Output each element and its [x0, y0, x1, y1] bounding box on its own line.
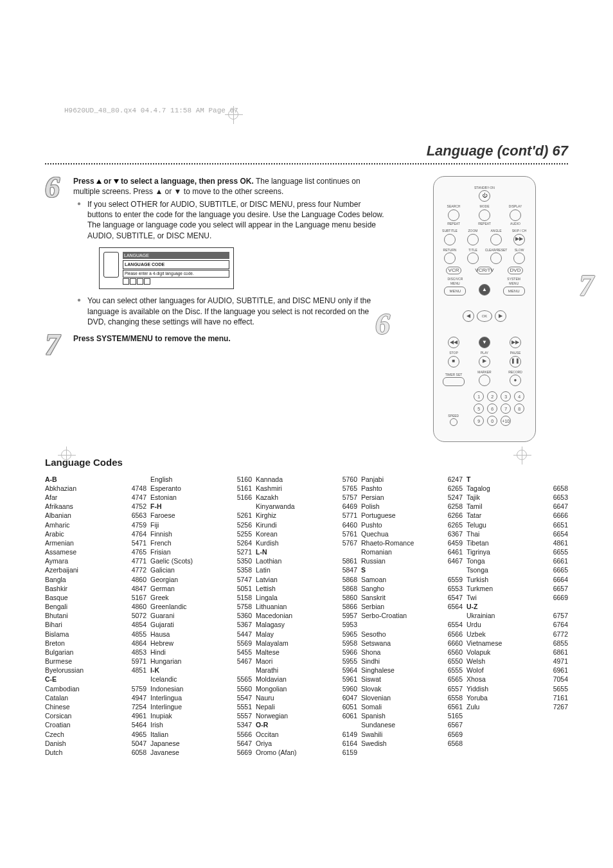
code-row: Yiddish5655 — [466, 684, 568, 693]
language-code: 4961 — [123, 711, 147, 720]
language-name: Russian — [361, 556, 440, 565]
language-name: Armenian — [45, 538, 123, 547]
language-name: Welsh — [466, 657, 545, 666]
code-row: Tamil6647 — [466, 502, 568, 511]
language-code: 5761 — [334, 529, 357, 538]
bullet-icon: ● — [77, 296, 84, 327]
language-code: 6047 — [334, 693, 357, 702]
page: Language (cont'd) 67 6 Press or to selec… — [0, 0, 613, 757]
language-name: Afrikaans — [45, 502, 123, 511]
code-row: Dutch6058 — [45, 748, 147, 757]
code-row: Bashkir4847 — [45, 584, 147, 593]
language-code: 5464 — [123, 720, 147, 729]
code-row: Vietnamese6855 — [466, 639, 568, 648]
language-code: 6061 — [334, 711, 357, 720]
language-code: 4971 — [545, 657, 568, 666]
language-name: Volapuk — [466, 648, 545, 657]
language-code: 6555 — [440, 666, 463, 675]
language-name: Thai — [466, 529, 545, 538]
language-name: Tigrinya — [466, 547, 545, 556]
language-name: Spanish — [361, 711, 440, 720]
code-row: Afrikaans4752 — [45, 502, 147, 511]
language-code: 7267 — [545, 702, 568, 711]
language-code: 5759 — [123, 684, 147, 693]
language-name: Yiddish — [466, 684, 545, 693]
extra-button — [479, 375, 490, 386]
code-row: Irish5347 — [150, 720, 252, 729]
language-code: 6149 — [334, 730, 357, 739]
instructions: 6 Press or to select a language, then pr… — [45, 176, 388, 362]
language-name: Lingala — [256, 593, 334, 602]
language-code: 5247 — [440, 493, 463, 502]
language-name: Basque — [45, 593, 123, 602]
code-row: Yoruba7161 — [466, 693, 568, 702]
code-row: Kirghiz5771 — [256, 511, 357, 520]
code-row: Romanian6461 — [361, 547, 463, 556]
code-row: Greek5158 — [150, 593, 252, 602]
language-name: Setswana — [361, 639, 440, 648]
language-code: 5256 — [229, 520, 252, 529]
code-row: Serbo-Croatian — [361, 611, 463, 620]
code-row: Breton4864 — [45, 639, 147, 648]
language-name: Malagasy — [256, 620, 334, 629]
language-name: French — [150, 538, 229, 547]
language-name: Nauru — [256, 693, 334, 702]
code-row: Sanskrit6547 — [361, 593, 463, 602]
code-group-header: S — [361, 565, 463, 574]
code-row: Sindhi6550 — [361, 657, 463, 666]
source-button: VCR — [446, 267, 461, 274]
code-row: English5160 — [150, 475, 252, 484]
code-row: Macedonian5957 — [256, 611, 357, 620]
language-name: Georgian — [150, 575, 229, 584]
language-code: 5565 — [229, 675, 252, 684]
language-codes-table: A-BAbkhazian4748Afar4747Afrikaans4752Alb… — [45, 475, 568, 757]
code-row: Serbian6564 — [361, 602, 463, 611]
language-code: 4947 — [123, 693, 147, 702]
language-name: Bashkir — [45, 584, 123, 593]
code-row: Danish5047 — [45, 739, 147, 748]
language-code: 5655 — [545, 684, 568, 693]
code-row: Malayalam5958 — [256, 639, 357, 648]
language-name: Kashmiri — [256, 484, 334, 493]
code-row: German5051 — [150, 584, 252, 593]
code-row: Gaelic (Scots)5350 — [150, 556, 252, 565]
language-code: 6467 — [440, 556, 463, 565]
code-row: Interlingua5547 — [150, 693, 252, 702]
language-name: Quechua — [361, 529, 440, 538]
language-code: 5165 — [440, 711, 463, 720]
language-name: Uzbek — [466, 630, 545, 639]
language-code: 4864 — [123, 639, 147, 648]
code-column: A-BAbkhazian4748Afar4747Afrikaans4752Alb… — [45, 475, 147, 757]
language-name: Zulu — [466, 702, 545, 711]
language-name: Sindhi — [361, 657, 440, 666]
language-code: 5358 — [229, 565, 252, 574]
standby-button: ⏻ — [479, 190, 490, 202]
language-code: 5953 — [334, 620, 357, 629]
language-name: Pushto — [361, 520, 440, 529]
system-menu-button: MENU — [503, 287, 525, 296]
language-code: 5566 — [229, 730, 252, 739]
code-row: Oromo (Afan)6159 — [256, 748, 357, 757]
extra-button: ● — [510, 375, 521, 386]
code-group-header: O-R — [256, 720, 357, 729]
language-code: 5847 — [334, 565, 357, 574]
language-name: Frisian — [150, 547, 229, 556]
language-name: Samoan — [361, 575, 440, 584]
language-code: 4765 — [123, 547, 147, 556]
number-button: 7 — [501, 403, 511, 414]
language-name: Gaelic (Scots) — [150, 556, 229, 565]
code-row: Wolof6961 — [466, 666, 568, 675]
language-code: 5047 — [123, 739, 147, 748]
code-row: Sesotho6566 — [361, 630, 463, 639]
language-name: German — [150, 584, 229, 593]
code-row: Panjabi6247 — [361, 475, 463, 484]
language-name: Maori — [256, 657, 334, 666]
language-name: Ukrainian — [466, 611, 545, 620]
code-row: Xhosa7054 — [466, 675, 568, 684]
language-code: 5160 — [229, 475, 252, 484]
language-code: 4764 — [123, 529, 147, 538]
language-name: Oriya — [256, 739, 334, 748]
language-name: Slovak — [361, 684, 440, 693]
language-name: Finnish — [150, 529, 229, 538]
code-row: Kannada5760 — [256, 475, 357, 484]
